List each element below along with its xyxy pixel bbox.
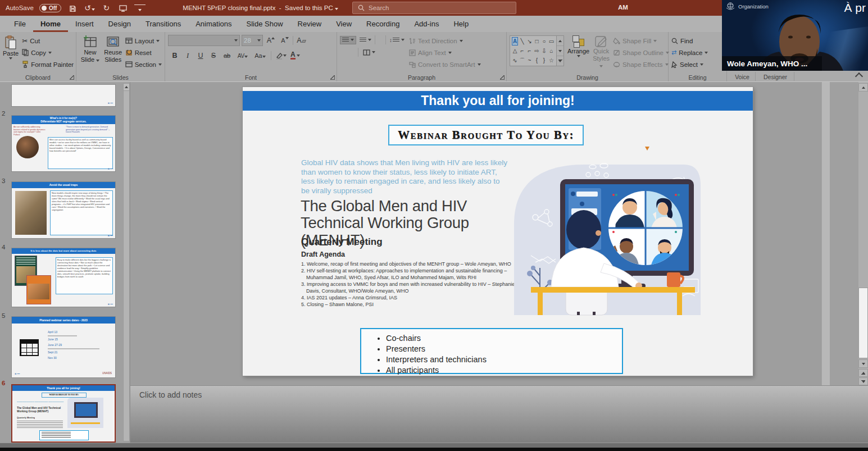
search-input[interactable] <box>369 4 492 11</box>
undo-icon[interactable]: ↺ <box>84 3 95 12</box>
start-presentation-icon[interactable] <box>117 3 129 12</box>
tab-transitions[interactable]: Transitions <box>138 17 188 32</box>
shape-rectangle-icon[interactable]: □ <box>533 37 540 46</box>
shape-elbow-connector-icon[interactable]: ⌐ <box>519 46 526 56</box>
next-slide-button[interactable] <box>858 377 868 385</box>
reuse-slides-button[interactable]: ReuseSlides <box>102 34 124 70</box>
slide-subheading-agenda[interactable]: Draft Agenda <box>301 250 345 258</box>
font-size-combo[interactable]: 28 <box>242 35 263 46</box>
clear-formatting-button[interactable]: A <box>295 37 307 44</box>
shape-elbow-arrow-icon[interactable]: ⌐ <box>526 46 533 56</box>
shape-triangle-icon[interactable]: △ <box>511 46 519 56</box>
tab-slide-show[interactable]: Slide Show <box>239 17 290 32</box>
font-color-button[interactable]: A <box>290 52 300 60</box>
shape-outline-button[interactable]: Shape Outline <box>613 47 669 58</box>
redo-icon[interactable]: ↻ <box>101 3 112 12</box>
reset-button[interactable]: Reset <box>125 47 162 58</box>
shape-scribble-icon[interactable]: ∿ <box>511 56 519 65</box>
thumbnail-scroll-up-icon[interactable] <box>124 84 129 91</box>
scrollbar-thumb[interactable] <box>858 288 868 358</box>
thumbnail-slide-4[interactable]: It is less about the dots but more about… <box>11 248 116 307</box>
shape-fill-button[interactable]: Shape Fill <box>613 35 669 47</box>
scroll-up-icon[interactable] <box>858 83 868 92</box>
text-direction-button[interactable]: Text Direction <box>409 35 481 47</box>
tab-view[interactable]: View <box>329 17 359 32</box>
thumbnail-slide-2[interactable]: What's in it for me(n)?Differentiate NOT… <box>11 115 116 172</box>
video-call-overlay[interactable]: Organization À pr Wole Ameyan, WHO ... <box>722 0 868 71</box>
tab-review[interactable]: Review <box>290 17 329 32</box>
autosave-toggle[interactable]: Off <box>39 4 61 12</box>
shape-right-arrow-icon[interactable]: ⇨ <box>533 46 540 56</box>
shape-right-brace-icon[interactable]: } <box>540 56 548 65</box>
thumbnail-slide-5[interactable]: Planned webinar series dates - 2023 Apri… <box>11 316 116 378</box>
line-spacing-button[interactable]: ↕ <box>389 37 405 43</box>
tab-file[interactable]: File <box>7 17 33 32</box>
attendees-box[interactable]: Co-chairs Presenters Interpreters and te… <box>360 328 623 374</box>
slide-intro-text[interactable]: Global HIV data shows that Men living wi… <box>301 158 508 195</box>
scroll-down-icon[interactable] <box>858 359 868 368</box>
select-button[interactable]: Select <box>671 58 724 70</box>
arrange-button[interactable]: Arrange <box>567 34 589 57</box>
strikethrough-button[interactable]: S <box>209 52 218 60</box>
shape-star-icon[interactable]: ☆ <box>548 56 555 65</box>
layout-button[interactable]: Layout <box>125 35 162 47</box>
format-painter-button[interactable]: Format Painter <box>22 58 74 70</box>
tab-recording[interactable]: Recording <box>359 17 407 32</box>
character-spacing-button[interactable]: AV <box>236 53 249 59</box>
customize-toolbar-icon[interactable] <box>134 4 146 11</box>
shrink-font-button[interactable]: A <box>279 37 291 44</box>
underline-button[interactable]: U <box>196 52 205 60</box>
previous-slide-button[interactable] <box>858 369 868 377</box>
tab-animations[interactable]: Animations <box>188 17 239 32</box>
slide-subheading-quarterly[interactable]: Quarterly Meeting <box>301 236 383 248</box>
convert-smartart-button[interactable]: Convert to SmartArt <box>409 58 481 70</box>
notes-placeholder[interactable]: Click to add notes <box>130 386 868 399</box>
replace-button[interactable]: ⇄ Replace <box>671 47 724 58</box>
tab-design[interactable]: Design <box>101 17 138 32</box>
shape-oval-icon[interactable]: ○ <box>540 37 548 46</box>
shape-down-arrow-icon[interactable]: ⇩ <box>540 46 548 56</box>
highlight-color-button[interactable] <box>275 52 287 60</box>
shape-arrow-icon[interactable]: ↘ <box>526 37 533 46</box>
notes-pane[interactable]: Click to add notes <box>130 385 868 443</box>
save-icon[interactable] <box>67 3 78 12</box>
shape-effects-button[interactable]: Shape Effects <box>613 58 669 70</box>
font-dialog-launcher[interactable] <box>330 75 335 80</box>
thumbnail-slide-6-selected[interactable]: Thank you all for joining! Webinar Broug… <box>11 384 116 443</box>
thumbnail-slide-3[interactable]: Avoid the usual traps New models should … <box>11 181 116 239</box>
shape-flowchart-icon[interactable]: ⌂ <box>548 46 555 56</box>
section-button[interactable]: Section <box>125 58 162 70</box>
tab-insert[interactable]: Insert <box>68 17 101 32</box>
paragraph-dialog-launcher[interactable] <box>500 75 505 80</box>
shape-gallery[interactable]: A ╲ ↘ □ ○ ▭ △ ⌐ ⌐ ⇨ ⇩ ⌂ ∿ ⌒ ~ <box>510 35 557 66</box>
new-slide-button[interactable]: New Slide <box>79 34 101 70</box>
shape-gallery-more-button[interactable] <box>557 56 563 66</box>
clipboard-dialog-launcher[interactable] <box>70 75 74 80</box>
account-initials[interactable]: AM <box>618 4 628 11</box>
tab-home[interactable]: Home <box>33 17 68 32</box>
paste-button[interactable]: Paste <box>3 34 19 70</box>
shape-curve-icon[interactable]: ~ <box>526 56 533 65</box>
text-shadow-button[interactable]: ab <box>222 52 232 59</box>
font-name-combo[interactable] <box>168 35 240 46</box>
webinar-brought-by-box[interactable]: Webinar Brought To You By: <box>388 125 584 145</box>
copy-button[interactable]: Copy <box>22 47 74 58</box>
find-button[interactable]: Find <box>671 35 724 47</box>
change-case-button[interactable]: Aa <box>253 52 267 59</box>
slide-agenda-list[interactable]: 1. Welcome, recap of first meeting and o… <box>301 261 516 308</box>
shape-line-icon[interactable]: ╲ <box>519 37 526 46</box>
shape-arc-icon[interactable]: ⌒ <box>519 56 526 65</box>
grow-font-button[interactable]: A <box>265 37 277 44</box>
tab-add-ins[interactable]: Add-ins <box>407 17 446 32</box>
editor-vertical-scrollbar[interactable] <box>858 82 868 385</box>
search-box[interactable] <box>352 2 516 14</box>
thumbnail-slide-1[interactable]: ⊕ ━━ <box>11 84 116 107</box>
slide-canvas[interactable]: Thank you all for joining! Webinar Broug… <box>243 87 753 376</box>
shape-left-brace-icon[interactable]: { <box>533 56 540 65</box>
tab-help[interactable]: Help <box>446 17 476 32</box>
bullets-button[interactable] <box>340 36 356 44</box>
shape-text-box-icon[interactable]: A <box>512 37 518 45</box>
quick-styles-button[interactable]: Quick Styles <box>593 34 610 69</box>
align-text-button[interactable]: Align Text <box>409 47 481 58</box>
italic-button[interactable]: I <box>183 52 192 60</box>
